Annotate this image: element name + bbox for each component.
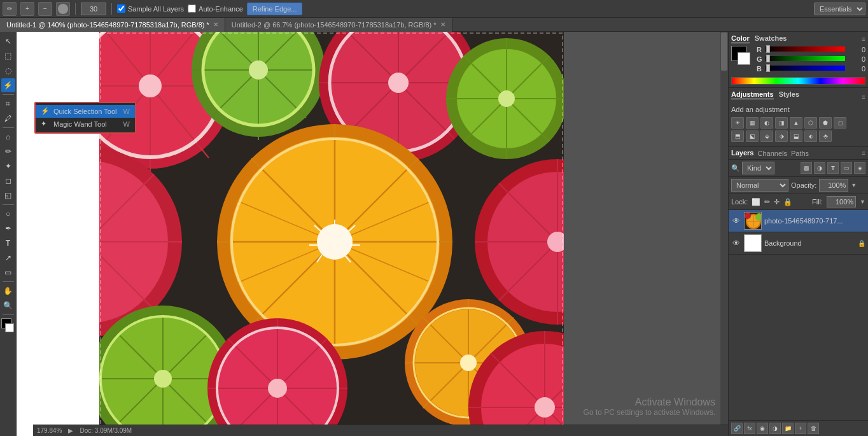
b-thumb[interactable] [766,64,770,72]
layers-panel-header: Layers Channels Paths ≡ [729,147,868,160]
sample-all-checkbox[interactable] [117,4,125,13]
color-lookup-btn[interactable]: ⬙ [760,130,773,142]
magic-wand-tool-item[interactable]: ✦ Magic Wand Tool W [36,118,135,130]
layer-thumb-bg [744,234,762,252]
adj-panel-collapse[interactable]: ≡ [862,94,865,101]
pen-tool[interactable]: ✒ [1,222,15,236]
shape-filter-btn[interactable]: ▭ [841,162,852,174]
tab-color[interactable]: Color [731,34,750,43]
brush-size-input[interactable]: 30 [81,3,106,15]
vertical-scrollbar[interactable] [720,32,728,436]
scrollbar-thumb[interactable] [721,32,727,71]
color-panel-collapse[interactable]: ≡ [862,36,865,43]
fg-bg-colors[interactable] [1,318,15,335]
g-thumb[interactable] [766,55,770,62]
crop-tool[interactable]: ⌗ [1,97,15,111]
g-slider[interactable] [766,56,845,62]
adj-filter-btn[interactable]: ◑ [814,162,825,174]
tool-mode-add[interactable]: + [20,2,34,16]
tab-channels[interactable]: Channels [757,150,787,157]
add-adjustment-btn[interactable]: ◑ [769,423,781,434]
lock-paint-icon[interactable]: ✏ [764,198,770,206]
lock-transparency-icon[interactable]: ⬜ [752,198,760,206]
color-balance-btn[interactable]: ⬟ [819,117,832,129]
tab-2[interactable]: Untitled-2 @ 66.7% (photo-1546548970-717… [225,18,452,32]
layers-panel-collapse[interactable]: ≡ [862,150,865,157]
type-tool[interactable]: T [1,236,15,250]
add-mask-btn[interactable]: ◉ [757,423,768,434]
layer-visibility-bg[interactable]: 👁 [731,238,741,248]
levels-btn[interactable]: ▦ [746,117,759,129]
gradient-tool[interactable]: ◱ [1,188,15,202]
vibrance-btn[interactable]: ▲ [790,117,802,129]
add-folder-btn[interactable]: 📁 [782,423,794,434]
layer-row-photo[interactable]: 👁 photo-1546548970-717... [729,210,868,232]
lock-move-icon[interactable]: ✛ [774,198,780,206]
zoom-tool[interactable]: 🔍 [1,299,15,313]
add-fx-btn[interactable]: fx [744,423,755,434]
blend-mode-select[interactable]: Normal [731,179,788,192]
layer-row-background[interactable]: 👁 Background 🔒 [729,232,868,255]
tab-1[interactable]: Untitled-1 @ 140% (photo-1546548970-7178… [0,18,225,32]
shape-tool[interactable]: ▭ [1,265,15,279]
hand-tool[interactable]: ✋ [1,284,15,298]
tab-2-close[interactable]: ✕ [440,21,445,28]
opacity-input[interactable] [819,179,848,192]
g-track [766,56,845,61]
delete-layer-btn[interactable]: 🗑 [808,423,819,434]
b-slider[interactable] [766,66,845,72]
quick-selection-tool-item[interactable]: ⚡ Quick Selection Tool W [36,105,135,118]
r-thumb[interactable] [766,45,770,53]
type-filter-btn[interactable]: T [827,162,839,174]
brush-tool[interactable]: ✏ [1,144,15,158]
move-tool[interactable]: ↖ [1,34,15,48]
tab-swatches[interactable]: Swatches [755,34,787,43]
quick-select-tool[interactable]: ⚡ [1,78,15,92]
tab-paths[interactable]: Paths [791,150,809,157]
photo-filter-btn[interactable]: ⬒ [731,130,744,142]
tab-layers[interactable]: Layers [731,149,753,157]
r-slider[interactable] [766,46,845,53]
hue-saturation-btn[interactable]: ⬡ [804,117,817,129]
kind-select[interactable]: Kind [742,162,774,174]
eyedropper-tool[interactable]: 🖍 [1,111,15,125]
patch-tool[interactable]: ⌂ [1,130,15,144]
invert-btn[interactable]: ⬗ [775,130,788,142]
add-link-btn[interactable]: 🔗 [731,423,743,434]
add-layer-btn[interactable]: + [795,423,806,434]
workspace-selector[interactable]: Essentials [814,3,865,15]
fill-input[interactable] [827,196,856,207]
tab-adjustments[interactable]: Adjustments [731,90,774,99]
black-white-btn[interactable]: ◻ [834,117,846,129]
eraser-tool[interactable]: ◻ [1,174,15,188]
curves-btn[interactable]: ◐ [760,117,773,129]
color-controls: R 0 G [731,46,865,74]
clone-tool[interactable]: ✦ [1,159,15,173]
pixel-filter-btn[interactable]: ▩ [801,162,812,174]
tool-mode-sub[interactable]: − [38,2,52,16]
brush-tool-icon[interactable]: ✏ [3,2,17,16]
layer-visibility-photo[interactable]: 👁 [731,216,741,226]
rect-select-tool[interactable]: ⬚ [1,49,15,63]
fg-bg-swatch[interactable] [731,46,754,69]
exposure-btn[interactable]: ◨ [775,117,788,129]
brightness-contrast-btn[interactable]: ☀ [731,117,744,129]
posterize-btn[interactable]: ⬓ [790,130,802,142]
refine-edge-button[interactable]: Refine Edge... [247,3,303,15]
tab-1-close[interactable]: ✕ [213,21,218,28]
channel-mixer-btn[interactable]: ⬕ [746,130,759,142]
fill-arrow[interactable]: ▼ [860,199,865,205]
lasso-tool[interactable]: ◌ [1,64,15,78]
dodge-tool[interactable]: ○ [1,207,15,221]
gradient-map-btn[interactable]: ⬘ [819,130,832,142]
threshold-btn[interactable]: ⬖ [804,130,817,142]
color-spectrum[interactable] [731,77,865,85]
tab-styles[interactable]: Styles [779,90,799,99]
lock-all-icon[interactable]: 🔒 [783,198,792,206]
path-select-tool[interactable]: ↗ [1,251,15,265]
smart-filter-btn[interactable]: ◈ [854,162,865,174]
quick-selection-key: W [123,108,130,115]
opacity-arrow[interactable]: ▼ [851,182,857,188]
auto-enhance-checkbox[interactable] [188,4,196,13]
brush-picker[interactable] [56,2,70,16]
